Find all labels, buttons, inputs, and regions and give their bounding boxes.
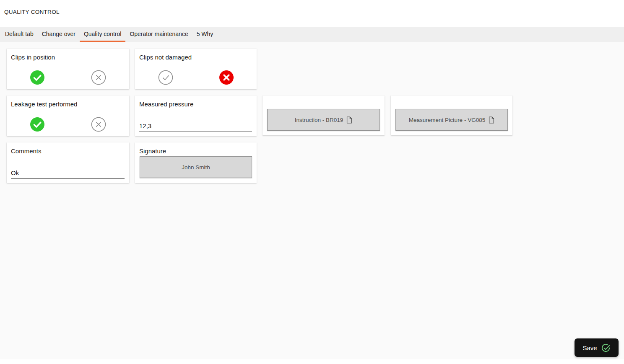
measured-pressure-input[interactable] <box>139 121 252 132</box>
pass-fail-choices <box>135 70 257 85</box>
fail-button-unselected[interactable] <box>91 117 106 132</box>
check-circle-outline-icon <box>158 70 173 85</box>
comments-input[interactable] <box>11 168 125 179</box>
card-measurement-picture: Measurement Picture - VG085 <box>391 96 512 135</box>
measurement-picture-button[interactable]: Measurement Picture - VG085 <box>395 109 508 131</box>
card-label: Signature <box>139 147 166 155</box>
save-button[interactable]: Save <box>575 338 619 357</box>
page-title: QUALITY CONTROL <box>4 9 60 15</box>
check-circle-filled-icon <box>30 117 45 132</box>
tab-5-why[interactable]: 5 Why <box>192 27 218 42</box>
x-circle-outline-icon <box>91 70 106 85</box>
card-comments: Comments <box>7 142 129 183</box>
x-circle-filled-icon <box>219 70 234 85</box>
document-icon <box>489 116 494 124</box>
pass-button-selected[interactable] <box>30 117 45 132</box>
tab-change-over[interactable]: Change over <box>38 27 80 42</box>
tab-quality-control[interactable]: Quality control <box>80 27 125 42</box>
fail-button-selected[interactable] <box>219 70 234 85</box>
card-label: Clips not damaged <box>139 54 192 61</box>
card-label: Comments <box>11 147 42 155</box>
pass-fail-choices <box>7 117 129 132</box>
tab-default-tab[interactable]: Default tab <box>1 27 38 42</box>
save-label: Save <box>582 344 597 351</box>
card-leakage-test-performed: Leakage test performed <box>7 96 129 136</box>
pass-fail-choices <box>7 70 129 85</box>
card-clips-not-damaged: Clips not damaged <box>135 49 257 89</box>
tab-bar: Default tab Change over Quality control … <box>0 27 624 42</box>
content-background <box>0 42 624 359</box>
signature-name: John Smith <box>182 164 210 170</box>
pass-button-unselected[interactable] <box>158 70 173 85</box>
button-label: Measurement Picture - VG085 <box>409 117 485 123</box>
card-label: Measured pressure <box>139 101 193 108</box>
check-circle-filled-icon <box>30 70 45 85</box>
signature-button[interactable]: John Smith <box>140 156 252 178</box>
instruction-document-button[interactable]: Instruction - BR019 <box>267 109 380 131</box>
tab-operator-maintenance[interactable]: Operator maintenance <box>125 27 192 42</box>
card-signature: Signature John Smith <box>135 142 257 183</box>
button-label: Instruction - BR019 <box>295 117 343 123</box>
card-clips-in-position: Clips in position <box>7 49 129 89</box>
check-circle-outline-green-icon <box>601 343 611 353</box>
x-circle-outline-icon <box>91 117 106 132</box>
card-label: Leakage test performed <box>11 101 77 108</box>
document-icon <box>346 116 352 124</box>
card-label: Clips in position <box>11 54 55 61</box>
fail-button-unselected[interactable] <box>91 70 106 85</box>
card-measured-pressure: Measured pressure <box>135 96 257 136</box>
pass-button-selected[interactable] <box>30 70 45 85</box>
card-instruction: Instruction - BR019 <box>263 96 385 135</box>
